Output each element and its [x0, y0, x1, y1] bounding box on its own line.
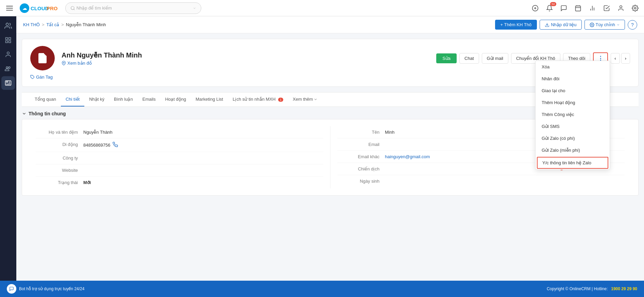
sidebar-item-contacts[interactable] [1, 19, 15, 33]
field-label-chien-dich: Chiến dịch [337, 166, 385, 171]
tab-marketing-list[interactable]: Marketing List [191, 93, 228, 106]
chat-button[interactable]: Chat [459, 53, 479, 64]
tab-label: Hoạt động [165, 97, 186, 102]
calendar-icon[interactable] [573, 3, 583, 13]
send-mail-button[interactable]: Gửi mail [482, 53, 508, 64]
search-placeholder: Nhập để tìm kiếm [77, 5, 193, 11]
svg-rect-20 [9, 38, 11, 40]
field-value-email-khac[interactable]: hainguyen@gmail.com [385, 154, 430, 159]
settings-icon[interactable] [630, 3, 640, 13]
field-value-ho-ten-dem: Nguyễn Thành [83, 130, 113, 135]
dropdown-item-nhan-doi[interactable]: Nhân đôi [536, 73, 610, 85]
top-navbar: ☁ CLOUD PRO Nhập để tìm kiếm 50 [0, 0, 644, 16]
svg-point-23 [7, 52, 10, 54]
sidebar-item-person[interactable] [1, 48, 15, 61]
field-label-ho-ten-dem: Họ và tên đệm [36, 130, 83, 135]
logo[interactable]: ☁ CLOUD PRO [18, 3, 59, 14]
svg-text:CLOUD: CLOUD [31, 5, 49, 11]
mxh-badge: 1 [278, 98, 283, 102]
dropdown-item-them-cong-viec[interactable]: Thêm Công việc [536, 109, 610, 120]
field-value-ten: Minh [385, 130, 394, 135]
breadcrumb-root[interactable]: KH THÔ [23, 22, 40, 27]
sidebar-item-person2[interactable] [1, 62, 15, 76]
svg-point-18 [6, 23, 9, 26]
avatar [30, 46, 55, 70]
svg-rect-9 [576, 6, 581, 11]
copyright-text: Copyright © OnlineCRM | Hotline: [547, 286, 608, 291]
section-title-text: Thông tin chung [29, 111, 66, 116]
chat-bubble-nav-icon[interactable] [559, 3, 569, 13]
field-col-left: Họ và tên đệm Nguyễn Thành Di động 84856… [29, 126, 330, 188]
tab-label: Chi tiết [66, 97, 80, 102]
help-button[interactable]: ? [628, 20, 637, 30]
phone-call-icon[interactable] [113, 142, 118, 148]
breadcrumb: KH THÔ > Tất cả > Nguyễn Thành Minh [23, 22, 106, 27]
tab-hoat-dong[interactable]: Hoạt động [160, 93, 191, 106]
tab-chi-tiet[interactable]: Chi tiết [61, 93, 84, 106]
tab-label: Bình luận [114, 97, 133, 102]
nav-icons: 50 [530, 3, 640, 13]
search-bar[interactable]: Nhập để tìm kiếm [65, 2, 201, 14]
tab-nhat-ky[interactable]: Nhật ký [84, 93, 109, 106]
dropdown-item-giao-lai[interactable]: Giao lại cho [536, 85, 610, 97]
tab-lich-su-mxh[interactable]: Lịch sử tin nhắn MXH 1 [228, 93, 288, 106]
sidebar-item-grid[interactable] [1, 33, 15, 47]
bell-icon[interactable]: 50 [545, 3, 554, 13]
hamburger-button[interactable] [4, 3, 15, 14]
field-ho-ten-dem: Họ và tên đệm Nguyễn Thành [36, 126, 323, 138]
tab-label: Nhật ký [89, 97, 104, 102]
svg-text:PRO: PRO [47, 5, 58, 11]
chat-support-icon[interactable] [7, 284, 16, 294]
svg-point-26 [591, 24, 593, 26]
add-kh-button[interactable]: + Thêm KH Thô [495, 20, 537, 30]
customize-icon [590, 22, 594, 27]
svg-point-17 [634, 7, 636, 9]
breadcrumb-actions: + Thêm KH Thô Nhập dữ liệu Tùy chỉnh ? [495, 20, 637, 30]
dropdown-item-gui-sms[interactable]: Gửi SMS [536, 120, 610, 132]
field-label-email-khac: Email khác [337, 154, 385, 159]
tab-binh-luan[interactable]: Bình luận [109, 93, 138, 106]
dropdown-item-xoa[interactable]: Xóa [536, 61, 610, 73]
dropdown-item-yc-zalo[interactable]: Y/c thông tin liên hệ Zalo [537, 157, 608, 169]
tab-tong-quan[interactable]: Tổng quan [30, 93, 61, 106]
chevron-down-icon [193, 6, 196, 10]
tab-label: Emails [142, 97, 156, 102]
add-tag-button[interactable]: Gán Tag [30, 75, 53, 80]
hotline-number[interactable]: 1900 29 29 90 [611, 286, 637, 291]
nav-arrows: ‹ › [611, 53, 630, 64]
svg-line-5 [74, 9, 75, 10]
tab-emails[interactable]: Emails [138, 93, 160, 106]
edit-button[interactable]: Sửa [436, 53, 457, 63]
customize-chevron-icon [616, 23, 620, 27]
field-label-website: Website [36, 168, 83, 173]
search-icon [70, 6, 75, 11]
import-icon [545, 22, 549, 27]
field-ngay-sinh: Ngày sinh [337, 175, 625, 187]
field-value-trang-thai: Mới [83, 180, 91, 185]
svg-rect-19 [6, 38, 8, 40]
breadcrumb-bar: KH THÔ > Tất cả > Nguyễn Thành Minh + Th… [16, 16, 644, 33]
dropdown-item-them-hoat-dong[interactable]: Thêm Hoạt động [536, 97, 610, 109]
add-icon[interactable] [530, 3, 540, 13]
user-profile-icon[interactable] [616, 3, 626, 13]
sidebar-item-contact-card[interactable] [1, 76, 15, 90]
dropdown-item-gui-zalo-mien-phi[interactable]: Gửi Zalo (miễn phí) [536, 144, 610, 156]
field-label-email: Email [337, 142, 385, 147]
field-label-ten: Tên [337, 130, 385, 135]
checkbox-icon[interactable] [602, 3, 611, 13]
field-di-dong: Di động 84856869756 [36, 138, 323, 152]
next-button[interactable]: › [621, 53, 630, 64]
svg-rect-22 [6, 41, 8, 43]
dropdown-item-gui-zalo-co-phi[interactable]: Gửi Zalo (có phí) [536, 132, 610, 144]
import-data-button[interactable]: Nhập dữ liệu [540, 20, 581, 30]
svg-point-16 [620, 5, 622, 8]
svg-point-29 [63, 62, 64, 63]
breadcrumb-level1[interactable]: Tất cả [46, 22, 59, 27]
contact-name: Anh Nguyễn Thành Minh [62, 51, 429, 59]
tab-xem-them[interactable]: Xem thêm [288, 93, 322, 106]
sidebar [0, 16, 16, 297]
chart-icon[interactable] [588, 3, 597, 13]
prev-button[interactable]: ‹ [611, 53, 620, 64]
customize-button[interactable]: Tùy chỉnh [584, 20, 625, 30]
contact-location[interactable]: Xem bản đồ [62, 61, 429, 66]
